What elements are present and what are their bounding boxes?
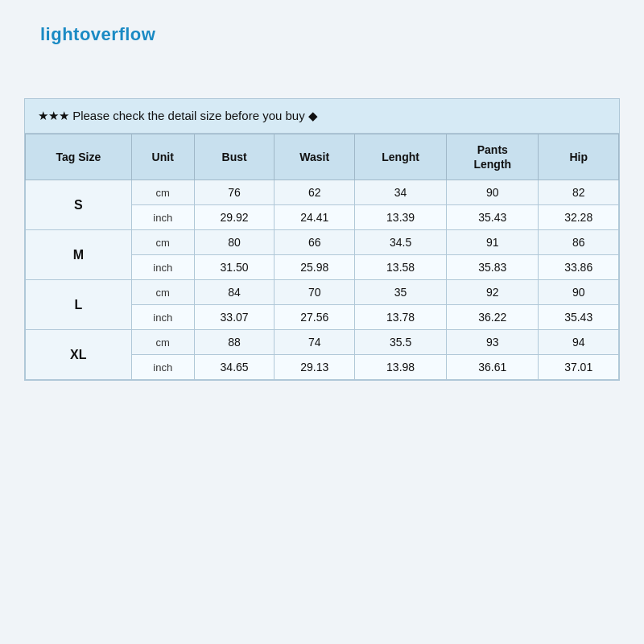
cm-pants_length: 92 [447, 280, 539, 305]
cm-wasit: 74 [275, 330, 355, 355]
cm-hip: 94 [539, 330, 619, 355]
size-label: M [26, 230, 132, 280]
cm-unit: cm [131, 180, 194, 205]
inch-wasit: 25.98 [275, 255, 355, 280]
notice-text: ★★★ Please check the detail size before … [38, 109, 318, 122]
inch-unit: inch [131, 355, 194, 380]
brand-header: lightoverflow [16, 16, 628, 50]
cm-bust: 84 [194, 280, 275, 305]
size-label: XL [26, 330, 132, 380]
table-row: XLcm887435.59394 [26, 330, 619, 355]
inch-bust: 33.07 [194, 305, 275, 330]
cm-unit: cm [131, 330, 194, 355]
cm-pants_length: 91 [447, 230, 539, 255]
cm-wasit: 66 [275, 230, 355, 255]
inch-bust: 29.92 [194, 205, 275, 230]
inch-wasit: 24.41 [275, 205, 355, 230]
inch-pants_length: 36.22 [447, 305, 539, 330]
cm-pants_length: 93 [447, 330, 539, 355]
col-pants-length: PantsLength [447, 134, 539, 180]
cm-bust: 76 [194, 180, 275, 205]
cm-hip: 90 [539, 280, 619, 305]
inch-unit: inch [131, 255, 194, 280]
table-row: Mcm806634.59186 [26, 230, 619, 255]
col-lenght: Lenght [355, 134, 447, 180]
cm-wasit: 62 [275, 180, 355, 205]
inch-hip: 33.86 [539, 255, 619, 280]
page-wrapper: lightoverflow ★★★ Please check the detai… [0, 0, 644, 644]
cm-unit: cm [131, 230, 194, 255]
size-chart-container: ★★★ Please check the detail size before … [24, 98, 620, 381]
inch-hip: 35.43 [539, 305, 619, 330]
inch-hip: 32.28 [539, 205, 619, 230]
inch-wasit: 29.13 [275, 355, 355, 380]
size-label: S [26, 180, 132, 230]
brand-name: lightoverflow [40, 24, 155, 44]
cm-lenght: 35 [355, 280, 447, 305]
col-tag-size: Tag Size [26, 134, 132, 180]
col-hip: Hip [539, 134, 619, 180]
inch-pants_length: 35.43 [447, 205, 539, 230]
inch-hip: 37.01 [539, 355, 619, 380]
inch-unit: inch [131, 205, 194, 230]
notice-row: ★★★ Please check the detail size before … [25, 99, 619, 134]
cm-hip: 86 [539, 230, 619, 255]
size-table: Tag Size Unit Bust Wasit Lenght PantsLen… [25, 134, 619, 380]
col-bust: Bust [194, 134, 275, 180]
table-row: Lcm8470359290 [26, 280, 619, 305]
cm-bust: 88 [194, 330, 275, 355]
cm-lenght: 34.5 [355, 230, 447, 255]
cm-lenght: 35.5 [355, 330, 447, 355]
cm-hip: 82 [539, 180, 619, 205]
inch-wasit: 27.56 [275, 305, 355, 330]
inch-lenght: 13.58 [355, 255, 447, 280]
cm-lenght: 34 [355, 180, 447, 205]
table-row: Scm7662349082 [26, 180, 619, 205]
inch-lenght: 13.98 [355, 355, 447, 380]
cm-bust: 80 [194, 230, 275, 255]
inch-pants_length: 36.61 [447, 355, 539, 380]
inch-unit: inch [131, 305, 194, 330]
col-unit: Unit [131, 134, 194, 180]
table-header-row: Tag Size Unit Bust Wasit Lenght PantsLen… [26, 134, 619, 180]
inch-bust: 31.50 [194, 255, 275, 280]
inch-bust: 34.65 [194, 355, 275, 380]
cm-unit: cm [131, 280, 194, 305]
inch-lenght: 13.78 [355, 305, 447, 330]
inch-lenght: 13.39 [355, 205, 447, 230]
cm-pants_length: 90 [447, 180, 539, 205]
size-label: L [26, 280, 132, 330]
col-wasit: Wasit [275, 134, 355, 180]
cm-wasit: 70 [275, 280, 355, 305]
inch-pants_length: 35.83 [447, 255, 539, 280]
